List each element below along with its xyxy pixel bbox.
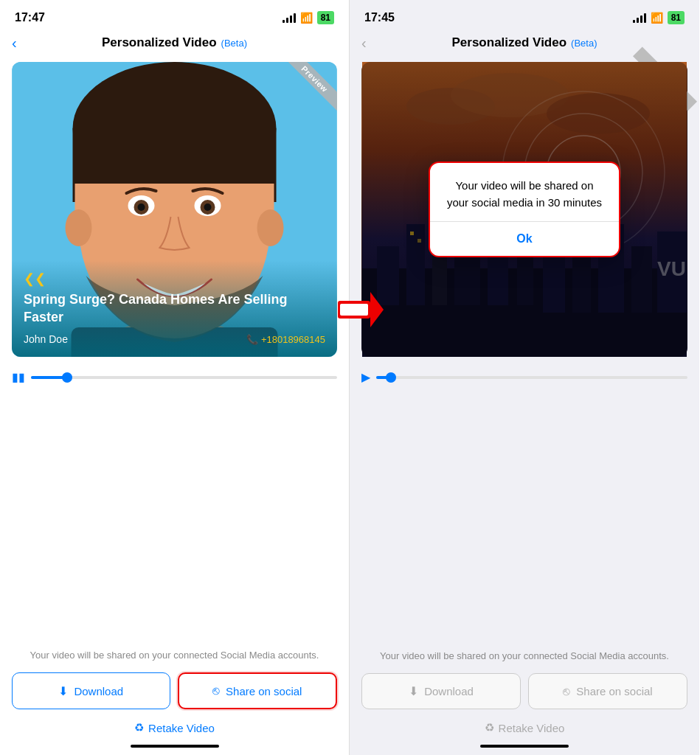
right-share-social-label: Share on social: [576, 685, 652, 697]
left-retake-label: Retake Video: [148, 722, 215, 734]
right-download-icon: ⬇: [409, 684, 418, 698]
left-progress-track[interactable]: [31, 376, 337, 379]
right-retake-icon: ♻: [485, 721, 494, 734]
right-share-icon: ⎋: [563, 685, 570, 698]
right-retake-label: Retake Video: [499, 722, 565, 734]
svg-point-11: [138, 203, 145, 211]
left-download-label: Download: [74, 685, 123, 697]
right-download-button: ⬇ Download: [361, 673, 521, 709]
left-video-overlay: ❮❮ Spring Surge? Canada Homes Are Sellin…: [12, 260, 337, 357]
right-spacer: [350, 392, 699, 635]
left-progress-bar[interactable]: ▮▮: [12, 370, 337, 384]
right-signal-icon: [633, 13, 646, 23]
right-time: 17:45: [364, 11, 395, 24]
left-retake-button[interactable]: ♻ Retake Video: [134, 721, 215, 734]
left-nav-bar: ‹ Personalized Video (Beta): [0, 32, 349, 56]
left-phone-panel: 17:47 📶 81 ‹ Personalized Video (Beta) P…: [0, 0, 350, 755]
left-back-button[interactable]: ‹: [12, 35, 17, 52]
right-home-indicator: [480, 745, 569, 748]
right-phone-panel: 17:45 📶 81 ‹ Personalized Video (Beta) P…: [350, 0, 699, 755]
battery-icon: 81: [317, 11, 334, 24]
left-nav-beta: (Beta): [221, 38, 247, 49]
right-dialog-message: Your video will be shared on your social…: [430, 163, 619, 221]
right-progress-track[interactable]: [376, 376, 687, 379]
right-battery-icon: 81: [668, 11, 685, 24]
left-time: 17:47: [15, 11, 45, 24]
right-social-info: Your video will be shared on your connec…: [364, 650, 685, 663]
left-home-indicator: [131, 745, 219, 748]
left-pause-btn[interactable]: ▮▮: [12, 370, 25, 384]
left-status-icons: 📶 81: [283, 11, 334, 24]
right-play-btn[interactable]: ▶: [361, 370, 370, 384]
phone-icon: 📞: [246, 334, 258, 345]
left-video-title: Spring Surge? Canada Homes Are Selling F…: [24, 291, 325, 326]
svg-rect-6: [75, 184, 274, 213]
right-status-icons: 📶 81: [633, 11, 685, 24]
chevron-icon: ❮❮: [24, 272, 46, 285]
left-download-button[interactable]: ⬇ Download: [12, 672, 170, 709]
svg-marker-16: [370, 292, 384, 327]
right-action-buttons: ⬇ Download ⎋ Share on social: [361, 673, 687, 709]
left-retake-icon: ♻: [134, 721, 144, 734]
left-action-buttons: ⬇ Download ⎋ Share on social: [12, 672, 337, 709]
left-spacer: [0, 392, 349, 634]
left-contact-name: John Doe: [24, 333, 68, 345]
right-back-button[interactable]: ‹: [361, 35, 367, 52]
right-nav-beta: (Beta): [571, 38, 597, 49]
left-share-social-button[interactable]: ⎋ Share on social: [178, 672, 338, 709]
left-video-container[interactable]: Preview: [12, 62, 337, 357]
transition-arrow: [338, 289, 384, 333]
left-status-bar: 17:47 📶 81: [0, 0, 349, 32]
left-download-icon: ⬇: [58, 684, 68, 698]
left-share-social-label: Share on social: [226, 685, 302, 697]
wifi-icon: 📶: [300, 12, 313, 24]
svg-rect-17: [340, 304, 368, 316]
right-dialog-box: Your video will be shared on your social…: [429, 161, 620, 257]
signal-icon: [283, 13, 296, 23]
right-dialog-overlay: Your video will be shared on your social…: [361, 62, 687, 357]
right-progress-bar[interactable]: ▶: [361, 370, 687, 384]
right-retake-button: ♻ Retake Video: [485, 721, 565, 734]
right-share-social-button: ⎋ Share on social: [528, 673, 687, 709]
right-video-container: Preview: [361, 62, 687, 357]
right-progress-thumb[interactable]: [386, 372, 396, 383]
svg-point-12: [204, 203, 212, 211]
right-wifi-icon: 📶: [651, 12, 663, 24]
left-nav-title: Personalized Video: [102, 35, 217, 50]
left-progress-thumb[interactable]: [62, 372, 72, 383]
svg-point-14: [257, 209, 284, 246]
right-status-bar: 17:45 📶 81: [350, 0, 699, 32]
right-download-label: Download: [424, 685, 474, 697]
left-social-info: Your video will be shared on your connec…: [15, 649, 334, 662]
left-phone-number: +18018968145: [261, 334, 325, 345]
svg-point-13: [66, 209, 92, 246]
left-logo-bar: ❮❮: [24, 272, 325, 285]
right-dialog-ok-button[interactable]: Ok: [430, 222, 619, 256]
right-nav-title: Personalized Video: [452, 35, 567, 50]
left-share-icon: ⎋: [212, 684, 220, 697]
left-contact-phone: 📞 +18018968145: [246, 334, 325, 345]
left-video-contact: John Doe 📞 +18018968145: [24, 333, 325, 345]
